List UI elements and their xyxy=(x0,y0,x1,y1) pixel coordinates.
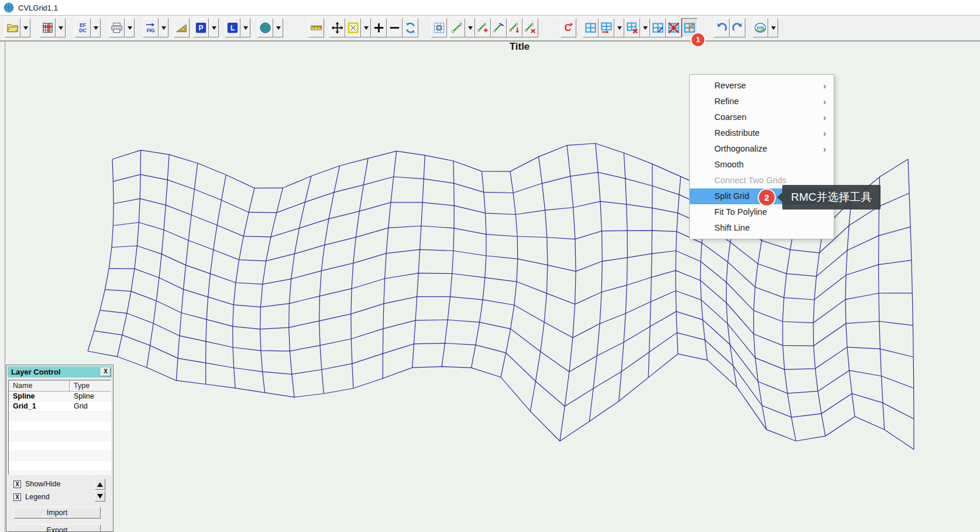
move-layer-up-button[interactable] xyxy=(95,479,105,490)
zoom-in-button[interactable] xyxy=(371,18,387,37)
menu-item-coarsen[interactable]: Coarsen› xyxy=(690,109,834,125)
grid-delete-all-button[interactable] xyxy=(666,18,682,37)
layer-row[interactable]: SplineSpline xyxy=(9,392,111,401)
dropdown-button[interactable] xyxy=(209,18,219,37)
checkbox-checked[interactable]: X xyxy=(13,493,21,501)
import-button[interactable]: Import xyxy=(13,507,101,519)
app-globe-icon xyxy=(4,2,14,13)
spline-move-button[interactable] xyxy=(491,18,507,37)
svg-text:DSI: DSI xyxy=(757,26,764,30)
menu-item-smooth[interactable]: Smooth xyxy=(690,157,834,173)
folder-open-button[interactable] xyxy=(5,18,20,37)
title-bar: CVLGrid1.1 xyxy=(0,0,980,16)
dropdown-arrow-icon xyxy=(23,26,28,30)
toolbar-group: FIG xyxy=(143,18,169,37)
set-square-button[interactable] xyxy=(174,18,190,37)
layer-row xyxy=(9,421,111,431)
layer-row[interactable]: Grid_1Grid xyxy=(9,401,111,411)
dropdown-button[interactable] xyxy=(56,18,66,37)
set-square-icon xyxy=(175,21,188,35)
grid-settings-button[interactable] xyxy=(431,18,447,37)
layer-name: Spline xyxy=(9,392,70,401)
menu-item-reverse[interactable]: Reverse› xyxy=(690,78,834,94)
grid-edit-button[interactable] xyxy=(650,18,666,37)
dropdown-button[interactable] xyxy=(640,18,650,37)
menu-item-orthogonalize[interactable]: Orthogonalize› xyxy=(690,141,834,157)
dropdown-button[interactable] xyxy=(768,18,778,37)
dropdown-button[interactable] xyxy=(240,18,250,37)
menu-item-label: Connect Two Grids xyxy=(714,176,786,185)
spline-insert-button[interactable] xyxy=(507,18,522,37)
column-header-type[interactable]: Type xyxy=(70,380,111,391)
layer-control-titlebar[interactable]: Layer Control X xyxy=(8,366,112,377)
menu-item-refine[interactable]: Refine› xyxy=(690,94,834,109)
grid-insert-row-button[interactable] xyxy=(599,18,614,37)
dropdown-button[interactable] xyxy=(273,18,283,37)
checkbox-checked[interactable]: X xyxy=(13,480,21,488)
grid-delete-row-icon xyxy=(625,21,639,35)
layer-type: Grid xyxy=(70,401,111,411)
grid-delete-all-icon xyxy=(667,21,680,35)
printer-button[interactable] xyxy=(109,18,125,37)
rotate-button[interactable]: C xyxy=(561,18,576,37)
grid-settings-icon xyxy=(432,21,446,35)
dropdown-button[interactable] xyxy=(159,18,169,37)
grid-context-menu: Reverse›Refine›Coarsen›Redistribute›Orth… xyxy=(689,74,834,239)
redo-button[interactable] xyxy=(730,18,745,37)
undo-button[interactable] xyxy=(714,18,730,37)
spline-delete-button[interactable] xyxy=(522,18,538,37)
grid-insert-row-icon xyxy=(600,21,613,35)
dropdown-button[interactable] xyxy=(361,18,371,37)
dropdown-button[interactable] xyxy=(20,18,30,37)
layer-row xyxy=(9,451,111,461)
fig-icon: FIG xyxy=(144,21,157,35)
pan-button[interactable] xyxy=(329,18,345,37)
dsi-button[interactable]: DSI xyxy=(752,18,768,37)
checkbox-row-legend: XLegend xyxy=(13,493,50,501)
column-header-name[interactable]: Name xyxy=(9,380,70,391)
globe-button[interactable] xyxy=(257,18,273,37)
dropdown-arrow-icon xyxy=(771,26,776,30)
zoom-out-button[interactable] xyxy=(387,18,403,37)
move-layer-down-button[interactable] xyxy=(95,490,105,502)
grid-blue-button[interactable] xyxy=(583,18,599,37)
layer-type xyxy=(70,421,111,431)
dropdown-button[interactable] xyxy=(614,18,624,37)
dropdown-button[interactable] xyxy=(91,18,101,37)
rotate-icon: C xyxy=(562,21,575,35)
refresh-button[interactable] xyxy=(403,18,418,37)
dropdown-button[interactable] xyxy=(465,18,475,37)
menu-item-shift-line[interactable]: Shift Line xyxy=(690,220,834,236)
layer-name xyxy=(9,471,70,475)
layer-type xyxy=(70,461,111,471)
layer-name xyxy=(9,461,70,471)
grid-pick-icon xyxy=(683,21,696,35)
zoom-box-button[interactable] xyxy=(345,18,361,37)
layer-row xyxy=(9,441,111,451)
grid-dark-button[interactable] xyxy=(40,18,56,37)
menu-item-redistribute[interactable]: Redistribute› xyxy=(690,125,834,141)
export-button[interactable]: Export xyxy=(13,524,101,532)
grid-edit-icon xyxy=(651,21,665,35)
efdc-button[interactable]: EFDC xyxy=(75,18,91,37)
close-icon[interactable]: X xyxy=(101,368,111,376)
menu-item-label: Reverse xyxy=(714,81,746,90)
toolbar-group xyxy=(329,18,418,37)
spline-button[interactable] xyxy=(449,18,465,37)
toolbar-group xyxy=(308,18,324,37)
letter-p-button[interactable]: P xyxy=(193,18,209,37)
toolbar-group xyxy=(40,18,66,37)
spline-add-button[interactable] xyxy=(475,18,491,37)
svg-text:DC: DC xyxy=(79,28,86,33)
ruler-button[interactable] xyxy=(308,18,324,37)
toolbar-group xyxy=(714,18,745,37)
toolbar-group xyxy=(109,18,135,37)
dropdown-arrow-icon xyxy=(617,26,622,30)
grid-delete-row-button[interactable] xyxy=(624,18,640,37)
fig-button[interactable]: FIG xyxy=(143,18,159,37)
dropdown-arrow-icon xyxy=(59,26,63,30)
zoom-in-icon xyxy=(372,21,386,35)
dropdown-button[interactable] xyxy=(125,18,135,37)
letter-l-button[interactable]: L xyxy=(225,18,240,37)
dropdown-arrow-icon xyxy=(161,26,166,30)
